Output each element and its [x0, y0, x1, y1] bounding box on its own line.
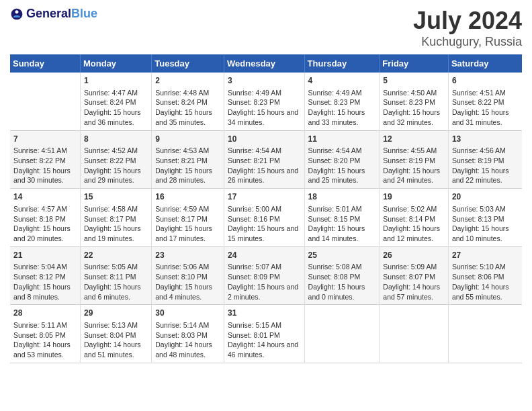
calendar-cell: 30Sunrise: 5:14 AMSunset: 8:03 PMDayligh… [152, 305, 224, 363]
sunrise-info: Sunrise: 5:14 AMSunset: 8:03 PMDaylight:… [155, 321, 212, 359]
header-row: Sunday Monday Tuesday Wednesday Thursday… [10, 54, 522, 73]
calendar-cell: 2Sunrise: 4:48 AMSunset: 8:24 PMDaylight… [152, 73, 224, 130]
calendar-cell: 7Sunrise: 4:51 AMSunset: 8:22 PMDaylight… [10, 130, 80, 189]
calendar-cell: 14Sunrise: 4:57 AMSunset: 8:18 PMDayligh… [10, 189, 80, 247]
calendar-cell: 29Sunrise: 5:13 AMSunset: 8:04 PMDayligh… [80, 305, 151, 363]
calendar-cell: 11Sunrise: 4:54 AMSunset: 8:20 PMDayligh… [304, 130, 380, 189]
day-number: 4 [308, 75, 376, 87]
calendar-week-row: 21Sunrise: 5:04 AMSunset: 8:12 PMDayligh… [10, 246, 522, 305]
calendar-cell: 19Sunrise: 5:02 AMSunset: 8:14 PMDayligh… [380, 189, 449, 247]
logo: GeneralBlue [10, 7, 97, 21]
page-header: GeneralBlue July 2024 Kuchugury, Russia [10, 7, 522, 49]
day-number: 6 [452, 75, 519, 87]
col-friday: Friday [380, 54, 449, 73]
calendar-cell: 17Sunrise: 5:00 AMSunset: 8:16 PMDayligh… [224, 189, 305, 247]
sunrise-info: Sunrise: 4:55 AMSunset: 8:19 PMDaylight:… [383, 146, 440, 184]
day-number: 10 [228, 134, 301, 145]
sunrise-info: Sunrise: 5:01 AMSunset: 8:15 PMDaylight:… [308, 205, 365, 242]
day-number: 27 [452, 250, 519, 261]
calendar-cell: 13Sunrise: 4:56 AMSunset: 8:19 PMDayligh… [448, 130, 522, 189]
calendar-cell: 12Sunrise: 4:55 AMSunset: 8:19 PMDayligh… [380, 130, 449, 189]
calendar-week-row: 1Sunrise: 4:47 AMSunset: 8:24 PMDaylight… [10, 73, 522, 130]
calendar-cell: 15Sunrise: 4:58 AMSunset: 8:17 PMDayligh… [80, 189, 151, 247]
calendar-cell: 6Sunrise: 4:51 AMSunset: 8:22 PMDaylight… [448, 73, 522, 130]
calendar-cell: 4Sunrise: 4:49 AMSunset: 8:23 PMDaylight… [304, 73, 380, 130]
day-number: 8 [84, 134, 148, 145]
calendar-cell: 24Sunrise: 5:07 AMSunset: 8:09 PMDayligh… [224, 246, 305, 305]
sunrise-info: Sunrise: 5:04 AMSunset: 8:12 PMDaylight:… [13, 263, 71, 300]
sunrise-info: Sunrise: 4:47 AMSunset: 8:24 PMDaylight:… [84, 89, 141, 126]
calendar-cell: 22Sunrise: 5:05 AMSunset: 8:11 PMDayligh… [80, 246, 151, 305]
col-sunday: Sunday [10, 54, 80, 73]
logo-icon [10, 7, 24, 21]
day-number: 19 [383, 191, 445, 203]
calendar-cell: 28Sunrise: 5:11 AMSunset: 8:05 PMDayligh… [10, 305, 80, 363]
month-title: July 2024 [413, 7, 522, 35]
sunrise-info: Sunrise: 5:06 AMSunset: 8:10 PMDaylight:… [155, 263, 212, 300]
col-monday: Monday [80, 54, 151, 73]
calendar-table: Sunday Monday Tuesday Wednesday Thursday… [10, 54, 522, 363]
day-number: 23 [155, 250, 220, 261]
calendar-cell: 23Sunrise: 5:06 AMSunset: 8:10 PMDayligh… [152, 246, 224, 305]
sunrise-info: Sunrise: 4:49 AMSunset: 8:23 PMDaylight:… [308, 89, 365, 126]
day-number: 5 [383, 75, 445, 87]
day-number: 20 [452, 191, 519, 203]
sunrise-info: Sunrise: 5:09 AMSunset: 8:07 PMDaylight:… [383, 263, 440, 300]
calendar-week-row: 14Sunrise: 4:57 AMSunset: 8:18 PMDayligh… [10, 189, 522, 247]
sunrise-info: Sunrise: 4:53 AMSunset: 8:21 PMDaylight:… [155, 146, 212, 184]
day-number: 21 [13, 250, 77, 261]
day-number: 9 [155, 134, 220, 145]
sunrise-info: Sunrise: 5:15 AMSunset: 8:01 PMDaylight:… [228, 321, 298, 359]
col-tuesday: Tuesday [152, 54, 224, 73]
sunrise-info: Sunrise: 4:51 AMSunset: 8:22 PMDaylight:… [13, 146, 71, 184]
day-number: 22 [84, 250, 148, 261]
calendar-cell: 31Sunrise: 5:15 AMSunset: 8:01 PMDayligh… [224, 305, 305, 363]
calendar-cell [380, 305, 449, 363]
day-number: 28 [13, 308, 77, 319]
sunrise-info: Sunrise: 5:00 AMSunset: 8:16 PMDaylight:… [228, 205, 298, 242]
sunrise-info: Sunrise: 5:11 AMSunset: 8:05 PMDaylight:… [13, 321, 71, 359]
sunrise-info: Sunrise: 4:54 AMSunset: 8:20 PMDaylight:… [308, 146, 365, 184]
day-number: 2 [155, 75, 220, 87]
calendar-cell: 9Sunrise: 4:53 AMSunset: 8:21 PMDaylight… [152, 130, 224, 189]
calendar-cell: 25Sunrise: 5:08 AMSunset: 8:08 PMDayligh… [304, 246, 380, 305]
logo-general: General [26, 7, 71, 21]
sunrise-info: Sunrise: 4:54 AMSunset: 8:21 PMDaylight:… [228, 146, 298, 184]
sunrise-info: Sunrise: 4:58 AMSunset: 8:17 PMDaylight:… [84, 205, 141, 242]
sunrise-info: Sunrise: 5:13 AMSunset: 8:04 PMDaylight:… [84, 321, 141, 359]
sunrise-info: Sunrise: 4:48 AMSunset: 8:24 PMDaylight:… [155, 89, 212, 126]
sunrise-info: Sunrise: 5:03 AMSunset: 8:13 PMDaylight:… [452, 205, 509, 242]
calendar-cell: 20Sunrise: 5:03 AMSunset: 8:13 PMDayligh… [448, 189, 522, 247]
col-thursday: Thursday [304, 54, 380, 73]
day-number: 25 [308, 250, 376, 261]
day-number: 1 [84, 75, 148, 87]
day-number: 16 [155, 191, 220, 203]
day-number: 30 [155, 308, 220, 319]
calendar-cell [448, 305, 522, 363]
sunrise-info: Sunrise: 4:57 AMSunset: 8:18 PMDaylight:… [13, 205, 71, 242]
location-title: Kuchugury, Russia [413, 35, 522, 49]
day-number: 24 [228, 250, 301, 261]
calendar-week-row: 28Sunrise: 5:11 AMSunset: 8:05 PMDayligh… [10, 305, 522, 363]
day-number: 18 [308, 191, 376, 203]
calendar-cell: 1Sunrise: 4:47 AMSunset: 8:24 PMDaylight… [80, 73, 151, 130]
calendar-cell: 26Sunrise: 5:09 AMSunset: 8:07 PMDayligh… [380, 246, 449, 305]
day-number: 14 [13, 191, 77, 203]
day-number: 26 [383, 250, 445, 261]
sunrise-info: Sunrise: 4:56 AMSunset: 8:19 PMDaylight:… [452, 146, 509, 184]
calendar-week-row: 7Sunrise: 4:51 AMSunset: 8:22 PMDaylight… [10, 130, 522, 189]
sunrise-info: Sunrise: 4:59 AMSunset: 8:17 PMDaylight:… [155, 205, 212, 242]
col-wednesday: Wednesday [224, 54, 305, 73]
day-number: 13 [452, 134, 519, 145]
title-block: July 2024 Kuchugury, Russia [413, 7, 522, 49]
calendar-cell: 21Sunrise: 5:04 AMSunset: 8:12 PMDayligh… [10, 246, 80, 305]
calendar-cell [304, 305, 380, 363]
calendar-cell: 27Sunrise: 5:10 AMSunset: 8:06 PMDayligh… [448, 246, 522, 305]
day-number: 12 [383, 134, 445, 145]
calendar-cell: 10Sunrise: 4:54 AMSunset: 8:21 PMDayligh… [224, 130, 305, 189]
sunrise-info: Sunrise: 5:02 AMSunset: 8:14 PMDaylight:… [383, 205, 440, 242]
logo-blue: Blue [71, 7, 97, 21]
day-number: 3 [228, 75, 301, 87]
day-number: 31 [228, 308, 301, 319]
sunrise-info: Sunrise: 5:05 AMSunset: 8:11 PMDaylight:… [84, 263, 141, 300]
